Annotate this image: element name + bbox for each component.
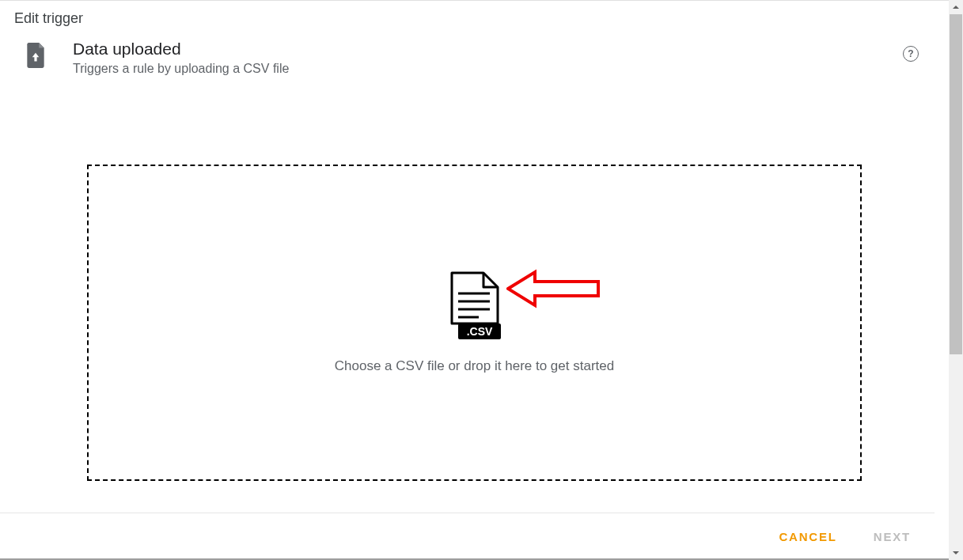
scroll-track[interactable] [949,14,963,546]
scroll-down-arrow-icon[interactable] [949,546,963,560]
file-upload-icon [14,40,62,68]
dropzone-prompt: Choose a CSV file or drop it here to get… [335,358,614,374]
annotation-arrow-icon [506,269,601,312]
csv-dropzone[interactable]: .CSV Choose a CSV file or drop it here t… [87,165,862,481]
cancel-button[interactable]: CANCEL [772,522,843,551]
page-title: Edit trigger [0,1,949,35]
trigger-description: Triggers a rule by uploading a CSV file [73,62,903,76]
trigger-header: Data uploaded Triggers a rule by uploadi… [0,35,949,85]
vertical-scrollbar[interactable] [949,0,963,560]
scroll-up-arrow-icon[interactable] [949,0,963,14]
trigger-header-text: Data uploaded Triggers a rule by uploadi… [62,40,903,76]
trigger-name: Data uploaded [73,40,903,59]
dropzone-container: .CSV Choose a CSV file or drop it here t… [0,85,949,481]
help-icon[interactable]: ? [903,46,919,62]
csv-file-icon: .CSV [447,271,502,344]
svg-text:.CSV: .CSV [466,325,492,338]
next-button[interactable]: NEXT [867,522,917,551]
scroll-thumb[interactable] [950,14,962,354]
main-panel: Edit trigger Data uploaded Triggers a ru… [0,0,949,560]
dialog-footer: CANCEL NEXT [0,513,935,560]
